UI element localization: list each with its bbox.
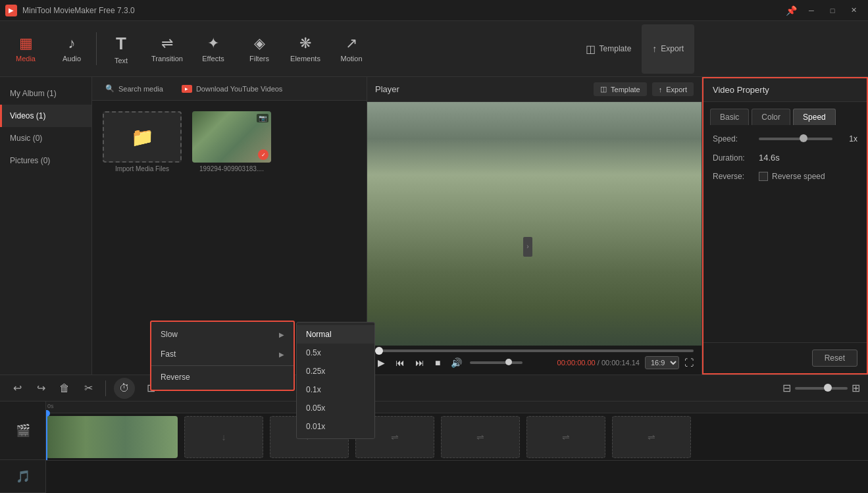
player-time: 00:00:00.00 / 00:00:14.14 — [528, 359, 640, 367]
audio-track[interactable] — [46, 461, 868, 493]
ctx-reverse-item[interactable]: Reverse — [151, 367, 294, 387]
track-labels: 🎬 🎵 — [0, 402, 46, 493]
ctx-fast-item[interactable]: Fast ▶ — [151, 344, 294, 364]
toolbar-audio-label: Audio — [63, 55, 81, 63]
media-tabs-bar: 🔍 Search media Download YouTube Videos — [92, 77, 367, 101]
sidebar-item-music[interactable]: Music (0) — [0, 127, 91, 149]
toolbar-motion[interactable]: ↗ Motion — [328, 24, 374, 74]
zoom-slider[interactable] — [795, 387, 848, 390]
collapse-panel-handle[interactable]: › — [523, 237, 532, 257]
export-btn-icon: ↑ — [659, 86, 663, 93]
app-icon: ▶ — [5, 5, 17, 16]
template-btn-icon: ◫ — [600, 85, 607, 93]
video-track[interactable]: ↓ ⇌ ⇌ ⇌ ⇌ ⇌ — [46, 413, 868, 461]
zoom-handle[interactable] — [824, 384, 832, 392]
ruler-0s: 0s — [47, 403, 54, 409]
undo-button[interactable]: ↩ — [8, 379, 26, 398]
ctx-sub-0.1x[interactable]: 0.1x — [297, 380, 374, 399]
reverse-checkbox[interactable] — [759, 172, 768, 181]
speed-action-button[interactable]: ⏱ — [114, 378, 135, 399]
fullscreen-button[interactable]: ⛶ — [684, 357, 694, 368]
timeline-separator — [105, 380, 106, 396]
sidebar-item-my-album[interactable]: My Album (1) — [0, 82, 91, 105]
minimize-button[interactable]: ─ — [802, 4, 821, 17]
export-button[interactable]: ↑ Export — [652, 82, 694, 96]
ctx-sub-0.01x[interactable]: 0.01x — [297, 417, 374, 436]
cut-button[interactable]: ✂ — [79, 379, 97, 398]
toolbar-filters[interactable]: ◈ Filters — [236, 24, 282, 74]
toolbar-template-label: Template — [600, 44, 632, 53]
sidebar-item-videos[interactable]: Videos (1) — [0, 105, 91, 127]
main-content: My Album (1) Videos (1) Music (0) Pictur… — [0, 77, 868, 375]
toolbar-transition[interactable]: ⇌ Transition — [144, 24, 190, 74]
download-youtube-label: Download YouTube Videos — [196, 85, 283, 93]
sidebar: My Album (1) Videos (1) Music (0) Pictur… — [0, 77, 92, 375]
search-media-tab[interactable]: 🔍 Search media — [97, 80, 171, 98]
toolbar-text[interactable]: T Text — [98, 24, 144, 74]
prop-tab-color[interactable]: Color — [752, 109, 790, 125]
prop-tab-basic[interactable]: Basic — [710, 109, 749, 125]
toolbar-filters-label: Filters — [249, 55, 269, 63]
speed-slider[interactable] — [759, 138, 832, 140]
import-media-box[interactable]: 📁 — [103, 111, 182, 163]
timeline: ↩ ↪ 🗑 ✂ ⏱ ⊡ ⊟ ⊞ 🎬 🎵 0s — [0, 375, 868, 493]
close-button[interactable]: ✕ — [844, 4, 863, 17]
ctx-sub-normal[interactable]: Normal — [297, 325, 374, 344]
titlebar: ▶ MiniTool MovieMaker Free 7.3.0 📌 ─ □ ✕ — [0, 0, 868, 21]
video-thumb-box[interactable]: 📷 ✓ — [192, 111, 271, 163]
prev-frame-button[interactable]: ⏮ — [393, 356, 407, 369]
folder-icon: 📁 — [131, 126, 154, 148]
ctx-separator — [151, 365, 294, 366]
video-track-label: 🎬 — [0, 402, 45, 460]
track-segment-4[interactable]: ⇌ — [441, 416, 520, 458]
video-clip-thumbnail — [46, 416, 178, 458]
next-frame-button[interactable]: ⏭ — [413, 356, 427, 369]
delete-button[interactable]: 🗑 — [55, 379, 74, 398]
player-progress-bar[interactable] — [375, 350, 694, 352]
maximize-button[interactable]: □ — [823, 4, 842, 17]
aspect-ratio-select[interactable]: 16:9 4:3 1:1 — [645, 356, 679, 369]
progress-handle[interactable] — [375, 347, 383, 355]
redo-button[interactable]: ↪ — [32, 379, 50, 398]
video-media-item[interactable]: 📷 ✓ 199294-909903183.... — [192, 111, 271, 172]
video-clip[interactable] — [46, 416, 178, 458]
toolbar-motion-label: Motion — [340, 55, 362, 63]
track-segment-1[interactable]: ↓ — [184, 416, 263, 458]
toolbar: ▦ Media ♪ Audio T Text ⇌ Transition ✦ Ef… — [0, 21, 868, 77]
download-youtube-tab[interactable]: Download YouTube Videos — [174, 82, 291, 95]
toolbar-effects[interactable]: ✦ Effects — [190, 24, 236, 74]
media-content: 📁 Import Media Files 📷 ✓ 199294-90990318… — [92, 101, 367, 183]
ctx-slow-item[interactable]: Slow ▶ — [151, 324, 294, 344]
player-video-frame — [367, 102, 702, 346]
ctx-sub-0.25x[interactable]: 0.25x — [297, 362, 374, 380]
zoom-out-icon[interactable]: ⊟ — [782, 382, 791, 394]
volume-slider[interactable] — [470, 361, 523, 364]
ctx-sub-0.5x[interactable]: 0.5x — [297, 344, 374, 362]
volume-button[interactable]: 🔊 — [448, 356, 465, 369]
stop-button[interactable]: ■ — [432, 356, 443, 369]
player-progress[interactable] — [367, 346, 702, 353]
toolbar-elements[interactable]: ❋ Elements — [282, 24, 328, 74]
zoom-in-icon[interactable]: ⊞ — [852, 382, 860, 394]
play-button[interactable]: ▶ — [375, 356, 388, 369]
volume-handle[interactable] — [505, 359, 512, 365]
ctx-sub-0.05x[interactable]: 0.05x — [297, 399, 374, 417]
track-area[interactable]: 0s ↓ ⇌ ⇌ ⇌ — [46, 402, 868, 493]
template-button[interactable]: ◫ Template — [594, 82, 647, 96]
playhead[interactable] — [46, 413, 47, 460]
reset-button[interactable]: Reset — [812, 350, 857, 367]
toolbar-audio[interactable]: ♪ Audio — [49, 24, 95, 74]
track-segment-5[interactable]: ⇌ — [526, 416, 605, 458]
sidebar-item-pictures[interactable]: Pictures (0) — [0, 149, 91, 172]
toolbar-media[interactable]: ▦ Media — [3, 24, 49, 74]
import-media-item[interactable]: 📁 Import Media Files — [103, 111, 182, 172]
toolbar-template[interactable]: ◫ Template — [575, 24, 642, 74]
toolbar-export[interactable]: ↑ Export — [642, 24, 694, 74]
properties-title: Video Property — [713, 85, 769, 95]
toolbar-media-label: Media — [16, 55, 36, 63]
track-segment-6[interactable]: ⇌ — [612, 416, 691, 458]
prop-tab-speed[interactable]: Speed — [793, 109, 836, 125]
ctx-slow-arrow: ▶ — [279, 331, 284, 338]
toolbar-separator — [96, 32, 97, 65]
speed-slider-handle[interactable] — [800, 134, 807, 142]
